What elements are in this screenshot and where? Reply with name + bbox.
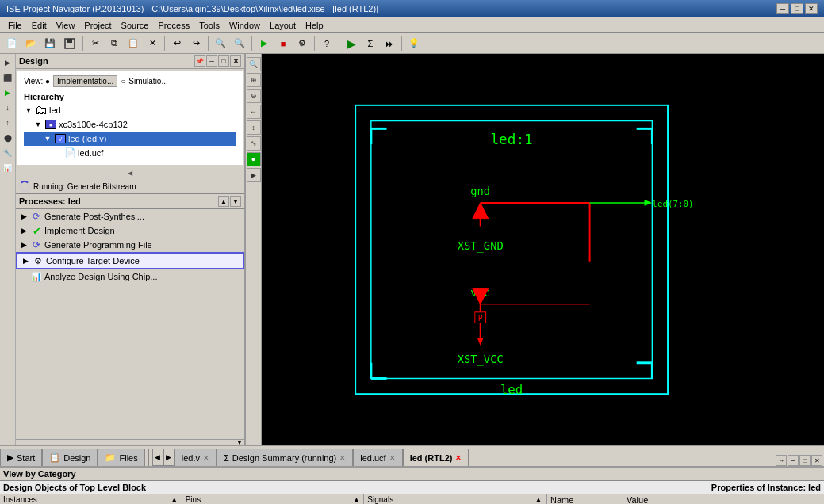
vert-btn-2[interactable]: ⬛: [1, 71, 15, 85]
toolbar-undo[interactable]: ↩: [168, 35, 186, 52]
toolbar-cut[interactable]: ✂: [86, 35, 104, 52]
panel-minimize-button[interactable]: ─: [206, 55, 217, 67]
menu-file[interactable]: File: [3, 19, 27, 32]
toolbar-properties[interactable]: ⚙: [293, 35, 311, 52]
canvas-panel-pin[interactable]: ↔: [776, 455, 787, 466]
tab-scroll-left[interactable]: ◀: [152, 449, 163, 466]
tab-scroll-right[interactable]: ▶: [163, 449, 174, 466]
instances-sort-icon[interactable]: ▲: [171, 495, 178, 504]
process-implement-design[interactable]: ▶ ✔ Implement Design: [16, 223, 244, 238]
expand-configure[interactable]: ▶: [21, 257, 30, 265]
expand-led-v[interactable]: ▼: [43, 135, 52, 143]
menu-help[interactable]: Help: [301, 19, 328, 32]
toolbar-delete[interactable]: ✕: [144, 35, 161, 52]
expand-xc3s[interactable]: ▼: [33, 120, 43, 128]
vert-btn-8[interactable]: 📊: [1, 161, 15, 175]
strip-icon-4[interactable]: ↔: [247, 105, 261, 119]
toolbar-save[interactable]: 💾: [41, 35, 59, 52]
toolbar-run[interactable]: ▶: [255, 35, 273, 52]
process-scroll-up[interactable]: ▲: [218, 196, 229, 207]
canvas-panel-minimize[interactable]: ─: [788, 455, 799, 466]
tree-item-led-ucf[interactable]: 📄 led.ucf: [24, 146, 236, 160]
strip-icon-6[interactable]: ⤡: [247, 136, 261, 151]
scroll-down-arrow[interactable]: ▼: [236, 439, 243, 446]
toolbar-open[interactable]: 📂: [22, 35, 40, 52]
collapse-divider[interactable]: ◀: [16, 166, 244, 179]
canvas-tab-led-rtl2[interactable]: led (RTL2) ✕: [403, 449, 469, 466]
menu-tools[interactable]: Tools: [194, 19, 224, 32]
toolbar-paste[interactable]: 📋: [125, 35, 142, 52]
process-gen-program-file[interactable]: ▶ ⟳ Generate Programming File: [16, 238, 244, 252]
toolbar-light[interactable]: 💡: [405, 35, 423, 52]
led-ucf-tab-close[interactable]: ✕: [389, 454, 396, 462]
tab-files[interactable]: 📁 Files: [98, 449, 144, 466]
expand-post-synth[interactable]: ▶: [19, 212, 29, 220]
canvas-tab-design-summary[interactable]: Σ Design Summary (running) ✕: [217, 449, 353, 466]
spinner-icon: [19, 181, 30, 192]
menu-layout[interactable]: Layout: [265, 19, 301, 32]
tree-item-led-v[interactable]: ▼ V led (led.v): [24, 132, 236, 146]
tab-start[interactable]: ▶ Start: [0, 449, 42, 466]
panel-close-button[interactable]: ✕: [230, 55, 241, 67]
toolbar-redo[interactable]: ↪: [187, 35, 205, 52]
toolbar-copy[interactable]: ⧉: [105, 35, 123, 52]
panel-pin-button[interactable]: 📌: [194, 55, 205, 67]
toolbar-run2[interactable]: ▶: [343, 35, 360, 52]
expand-implement[interactable]: ▶: [19, 227, 29, 235]
tree-item-led-top[interactable]: ▼ 🗂 led: [24, 103, 236, 117]
menu-process[interactable]: Process: [153, 19, 194, 32]
vert-btn-6[interactable]: ⬤: [1, 131, 15, 145]
toolbar-search[interactable]: 🔍: [212, 35, 229, 52]
toolbar-new[interactable]: 📄: [3, 35, 21, 52]
menu-project[interactable]: Project: [79, 19, 116, 32]
toolbar-save-all[interactable]: [60, 35, 79, 52]
strip-icon-7[interactable]: ●: [247, 152, 261, 166]
process-generate-post-synth[interactable]: ▶ ⟳ Generate Post-Synthesi...: [16, 209, 244, 223]
tab-design[interactable]: 📋 Design: [42, 449, 98, 466]
canvas-panel-close[interactable]: ✕: [811, 455, 822, 466]
close-button[interactable]: ✕: [805, 3, 818, 14]
strip-icon-3[interactable]: ⊖: [247, 89, 261, 103]
vert-btn-4[interactable]: ↓: [1, 101, 15, 115]
canvas-tab-led-v[interactable]: led.v ✕: [174, 449, 217, 466]
strip-icon-8[interactable]: ▶: [247, 168, 261, 182]
strip-icon-1[interactable]: 🔍: [247, 57, 261, 71]
properties-scroll[interactable]: Name Value Type led:1 Part xc3s100e-4-cp…: [547, 494, 824, 504]
menu-source[interactable]: Source: [117, 19, 154, 32]
vert-btn-7[interactable]: 🔧: [1, 146, 15, 160]
canvas-panel-maximize[interactable]: □: [799, 455, 811, 466]
panel-maximize-button[interactable]: □: [218, 55, 229, 67]
bottom-tabs: ▶ Start 📋 Design 📁 Files ◀ ▶ led.v ✕ Σ D…: [0, 445, 824, 466]
process-analyze-design[interactable]: 📊 Analyze Design Using Chip...: [16, 269, 244, 284]
vert-btn-3[interactable]: ▶: [1, 86, 15, 100]
toolbar-step[interactable]: ⏭: [381, 35, 398, 52]
toolbar-help[interactable]: ?: [318, 35, 335, 52]
expand-gen-prog[interactable]: ▶: [19, 241, 29, 249]
vert-btn-1[interactable]: ▶: [1, 55, 15, 70]
menu-edit[interactable]: Edit: [27, 19, 52, 32]
toolbar-stop[interactable]: ■: [274, 35, 292, 52]
led-rtl2-tab-label: led (RTL2): [410, 453, 453, 463]
tree-item-xc3s[interactable]: ▼ ■ xc3s100e-4cp132: [24, 117, 236, 132]
signals-sort-icon[interactable]: ▲: [535, 495, 542, 504]
left-panel-scrollbar-bottom[interactable]: ▼: [16, 439, 244, 445]
menu-view[interactable]: View: [52, 19, 80, 32]
process-scroll-down[interactable]: ▼: [230, 196, 241, 207]
toolbar-sigma[interactable]: Σ: [362, 35, 379, 52]
menu-window[interactable]: Window: [224, 19, 265, 32]
design-summary-tab-close[interactable]: ✕: [339, 454, 346, 462]
minimize-button[interactable]: ─: [776, 3, 789, 14]
strip-icon-5[interactable]: ↕: [247, 120, 261, 135]
implementation-radio[interactable]: Implementatio...: [53, 75, 117, 87]
maximize-button[interactable]: □: [791, 3, 803, 14]
toolbar-search2[interactable]: 🔍: [231, 35, 248, 52]
expand-led-top[interactable]: ▼: [24, 106, 33, 114]
led-v-tab-close[interactable]: ✕: [203, 454, 209, 462]
simulation-tab[interactable]: Simulatio...: [128, 77, 167, 86]
led-rtl2-tab-close[interactable]: ✕: [455, 454, 462, 462]
pins-sort-icon[interactable]: ▲: [352, 495, 360, 504]
vert-btn-5[interactable]: ↑: [1, 116, 15, 130]
process-configure-target[interactable]: ▶ ⚙ Configure Target Device: [16, 252, 244, 269]
canvas-tab-led-ucf[interactable]: led.ucf ✕: [353, 449, 402, 466]
strip-icon-2[interactable]: ⊕: [247, 73, 261, 87]
